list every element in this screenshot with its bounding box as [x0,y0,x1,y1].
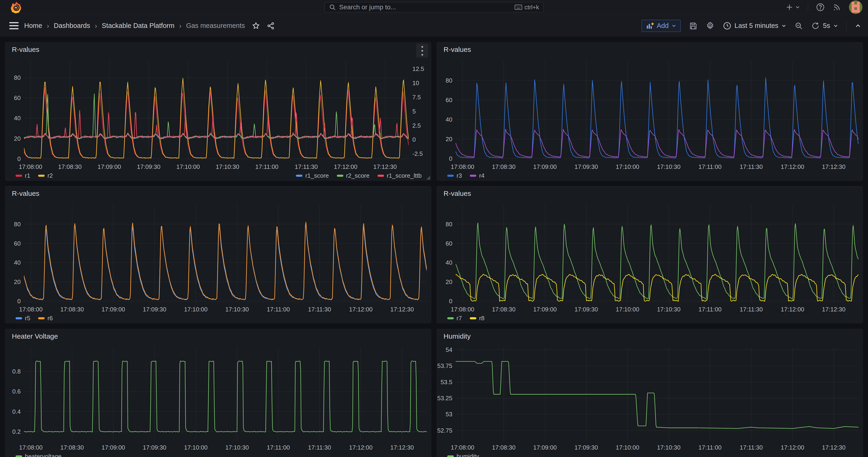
chart-canvas[interactable]: 0.20.40.60.817:08:0017:08:3017:09:0017:0… [5,342,431,451]
legend-swatch [447,455,454,457]
svg-text:40: 40 [14,115,21,122]
panel-header[interactable]: Heater Voltage [5,329,431,342]
svg-text:80: 80 [14,74,21,81]
panel-menu-button[interactable] [416,44,428,58]
svg-text:20: 20 [445,278,453,285]
add-button[interactable]: Add [642,20,681,32]
legend-item-r8[interactable]: r8 [470,315,485,322]
user-avatar[interactable] [849,0,862,14]
legend-item-r1_score_lttb[interactable]: r1_score_lttb [377,172,422,179]
panel-header[interactable]: R-values [5,42,431,55]
legend-item-r6[interactable]: r6 [38,315,53,322]
legend-swatch [38,175,44,177]
chart-canvas[interactable]: 020406080-2.502.557.51012.517:08:0017:08… [5,55,431,171]
svg-text:17:10:30: 17:10:30 [657,444,680,451]
time-series-chart[interactable]: 02040608017:08:0017:08:3017:09:0017:09:3… [5,199,431,313]
time-series-chart[interactable]: 02040608017:08:0017:08:3017:09:0017:09:3… [437,199,863,313]
legend-item-r2[interactable]: r2 [38,172,53,179]
svg-text:17:09:00: 17:09:00 [533,306,557,313]
panel-legend: humidity [437,451,863,457]
time-series-chart[interactable]: 02040608017:08:0017:08:3017:09:0017:09:3… [437,55,863,171]
panel-legend: r3r4 [437,171,863,179]
divider [846,21,847,30]
dashboard-grid: R-values 020406080-2.502.557.51012.517:0… [0,37,868,457]
legend-item-humidity[interactable]: humidity [447,453,479,457]
panel-header[interactable]: R-values [5,186,431,199]
svg-text:17:09:30: 17:09:30 [143,306,166,313]
collapse-chrome-icon[interactable] [855,24,861,28]
legend-item-heatervoltage[interactable]: heatervoltage [16,453,62,457]
chart-canvas[interactable]: 02040608017:08:0017:08:3017:09:0017:09:3… [437,55,863,171]
svg-text:40: 40 [445,259,453,266]
legend-swatch [16,175,22,177]
legend-item-r4[interactable]: r4 [470,172,485,179]
legend-item-r1[interactable]: r1 [16,172,30,179]
legend-item-r7[interactable]: r7 [447,315,462,322]
svg-text:17:09:00: 17:09:00 [98,163,121,170]
settings-gear-icon[interactable] [706,21,715,30]
add-panel-icon [646,22,654,29]
svg-text:17:10:30: 17:10:30 [657,163,680,170]
news-button[interactable] [833,3,841,11]
panel-legend: heatervoltage [5,451,431,457]
legend-item-r5[interactable]: r5 [16,315,30,322]
svg-text:17:10:30: 17:10:30 [225,306,249,313]
chevron-down-icon [795,6,800,9]
search-input[interactable]: Search or jump to... ctrl+k [324,2,544,12]
legend-label: humidity [457,453,479,457]
svg-text:17:12:30: 17:12:30 [822,163,845,170]
legend-item-r2_score[interactable]: r2_score [337,172,370,179]
svg-text:17:10:00: 17:10:00 [184,306,208,313]
time-series-chart[interactable]: 0.20.40.60.817:08:0017:08:3017:09:0017:0… [5,342,431,451]
breadcrumb-home[interactable]: Home [24,22,42,30]
panel-title: Heater Voltage [12,332,58,340]
panel-r-values-2: R-values 02040608017:08:0017:08:3017:09:… [437,42,863,181]
breadcrumb-dashboards[interactable]: Dashboards [54,22,90,30]
breadcrumb-folder[interactable]: Stackable Data Platform [102,22,175,30]
legend-swatch [296,175,303,177]
time-range-picker[interactable]: Last 5 minutes [723,22,786,30]
svg-text:53.75: 53.75 [437,362,453,369]
svg-text:0.4: 0.4 [12,408,21,415]
search-placeholder: Search or jump to... [339,3,512,11]
svg-text:17:08:00: 17:08:00 [19,306,42,313]
panel-header[interactable]: R-values [437,186,863,199]
svg-text:17:08:00: 17:08:00 [451,163,474,170]
svg-text:17:11:30: 17:11:30 [740,163,763,170]
panel-title: R-values [443,45,471,54]
svg-text:17:08:30: 17:08:30 [492,163,515,170]
time-series-chart[interactable]: 020406080-2.502.557.51012.517:08:0017:08… [5,55,431,171]
panel-header[interactable]: R-values [437,42,863,55]
refresh-interval-label: 5s [823,22,830,30]
panel-header[interactable]: Humidity [437,329,863,342]
chart-canvas[interactable]: 02040608017:08:0017:08:3017:09:0017:09:3… [437,199,863,313]
legend-swatch [447,175,454,177]
panel-humidity: Humidity 52.755353.2553.553.755417:08:00… [437,329,863,457]
legend-item-r1_score[interactable]: r1_score [296,172,329,179]
svg-text:17:08:30: 17:08:30 [492,444,515,451]
svg-text:17:09:30: 17:09:30 [575,163,598,170]
svg-text:17:08:30: 17:08:30 [492,306,515,313]
chart-canvas[interactable]: 02040608017:08:0017:08:3017:09:0017:09:3… [5,199,431,313]
legend-swatch [447,317,454,319]
search-shortcut: ctrl+k [515,4,539,11]
chevron-down-icon [833,24,838,27]
new-menu-button[interactable] [785,3,800,11]
grafana-logo-icon[interactable] [10,1,23,13]
legend-label: r1_score [305,172,329,179]
chart-canvas[interactable]: 52.755353.2553.553.755417:08:0017:08:301… [437,342,863,451]
refresh-picker[interactable]: 5s [811,22,838,30]
zoom-out-icon[interactable] [795,22,803,30]
help-button[interactable] [816,3,825,12]
star-icon[interactable] [252,22,260,30]
time-range-label: Last 5 minutes [735,22,778,30]
svg-text:60: 60 [14,240,21,247]
save-dashboard-icon[interactable] [689,22,698,30]
svg-text:17:12:00: 17:12:00 [349,444,372,451]
menu-toggle-button[interactable] [9,22,19,29]
share-icon[interactable] [267,22,275,30]
time-series-chart[interactable]: 52.755353.2553.553.755417:08:0017:08:301… [437,342,863,451]
panel-title: R-values [12,45,39,54]
legend-item-r3[interactable]: r3 [447,172,462,179]
svg-text:17:08:30: 17:08:30 [60,444,84,451]
